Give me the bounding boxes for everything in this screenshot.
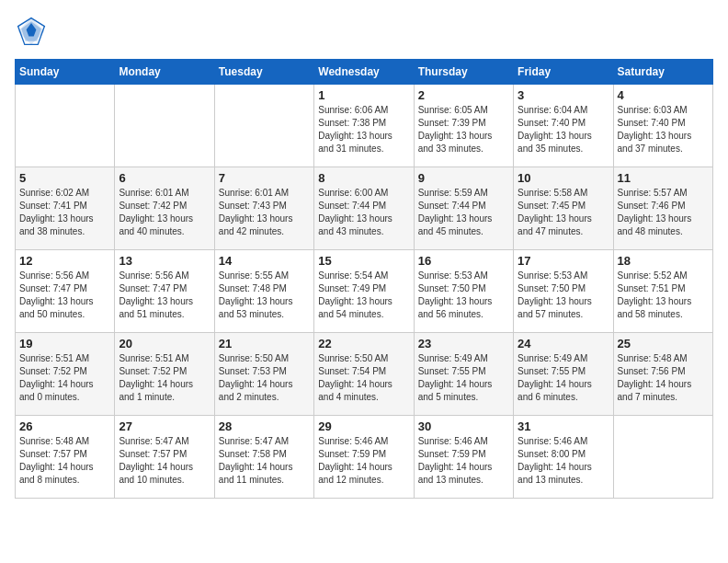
calendar-cell: 31Sunrise: 5:46 AM Sunset: 8:00 PM Dayli…: [514, 416, 613, 499]
day-number: 30: [418, 419, 509, 433]
calendar-cell: 8Sunrise: 6:00 AM Sunset: 7:44 PM Daylig…: [314, 167, 414, 250]
page-header: [15, 15, 713, 48]
day-number: 25: [618, 337, 709, 350]
day-info: Sunrise: 6:02 AM Sunset: 7:41 PM Dayligh…: [19, 187, 110, 238]
day-info: Sunrise: 6:01 AM Sunset: 7:43 PM Dayligh…: [219, 187, 310, 238]
day-number: 20: [119, 337, 210, 350]
day-info: Sunrise: 5:46 AM Sunset: 8:00 PM Dayligh…: [518, 435, 609, 487]
calendar-cell: 3Sunrise: 6:04 AM Sunset: 7:40 PM Daylig…: [514, 85, 613, 167]
day-number: 31: [518, 419, 609, 433]
calendar-cell: 22Sunrise: 5:50 AM Sunset: 7:54 PM Dayli…: [314, 333, 414, 416]
day-info: Sunrise: 5:57 AM Sunset: 7:46 PM Dayligh…: [618, 187, 709, 238]
calendar-cell: 7Sunrise: 6:01 AM Sunset: 7:43 PM Daylig…: [214, 167, 313, 250]
day-number: 10: [518, 171, 609, 185]
day-number: 29: [318, 419, 409, 433]
day-of-week-tuesday: Tuesday: [214, 60, 313, 85]
calendar-cell: 26Sunrise: 5:48 AM Sunset: 7:57 PM Dayli…: [16, 416, 115, 499]
day-number: 15: [318, 254, 409, 268]
day-number: 14: [219, 254, 310, 268]
calendar-cell: [16, 85, 115, 167]
calendar-week-row: 1Sunrise: 6:06 AM Sunset: 7:38 PM Daylig…: [16, 85, 713, 167]
day-number: 11: [618, 171, 709, 185]
calendar-cell: 20Sunrise: 5:51 AM Sunset: 7:52 PM Dayli…: [115, 333, 214, 416]
day-info: Sunrise: 5:47 AM Sunset: 7:57 PM Dayligh…: [119, 435, 210, 487]
logo-icon: [15, 15, 48, 48]
calendar-cell: 15Sunrise: 5:54 AM Sunset: 7:49 PM Dayli…: [314, 250, 414, 333]
day-info: Sunrise: 5:53 AM Sunset: 7:50 PM Dayligh…: [418, 270, 509, 321]
day-info: Sunrise: 5:50 AM Sunset: 7:54 PM Dayligh…: [318, 352, 409, 404]
calendar-cell: 30Sunrise: 5:46 AM Sunset: 7:59 PM Dayli…: [414, 416, 513, 499]
day-info: Sunrise: 5:59 AM Sunset: 7:44 PM Dayligh…: [418, 187, 509, 238]
day-info: Sunrise: 6:00 AM Sunset: 7:44 PM Dayligh…: [318, 187, 409, 238]
day-of-week-monday: Monday: [115, 60, 214, 85]
calendar-cell: 14Sunrise: 5:55 AM Sunset: 7:48 PM Dayli…: [214, 250, 313, 333]
day-info: Sunrise: 5:54 AM Sunset: 7:49 PM Dayligh…: [318, 270, 409, 321]
calendar-cell: 2Sunrise: 6:05 AM Sunset: 7:39 PM Daylig…: [414, 85, 513, 167]
calendar-week-row: 19Sunrise: 5:51 AM Sunset: 7:52 PM Dayli…: [16, 333, 713, 416]
day-number: 22: [318, 337, 409, 350]
day-info: Sunrise: 5:55 AM Sunset: 7:48 PM Dayligh…: [219, 270, 310, 321]
day-info: Sunrise: 5:48 AM Sunset: 7:56 PM Dayligh…: [618, 352, 709, 404]
calendar-cell: 24Sunrise: 5:49 AM Sunset: 7:55 PM Dayli…: [514, 333, 613, 416]
day-info: Sunrise: 5:53 AM Sunset: 7:50 PM Dayligh…: [518, 270, 609, 321]
calendar-cell: 11Sunrise: 5:57 AM Sunset: 7:46 PM Dayli…: [613, 167, 712, 250]
day-number: 9: [418, 171, 509, 185]
day-info: Sunrise: 5:50 AM Sunset: 7:53 PM Dayligh…: [219, 352, 310, 404]
calendar-cell: 4Sunrise: 6:03 AM Sunset: 7:40 PM Daylig…: [613, 85, 712, 167]
day-number: 24: [518, 337, 609, 350]
day-number: 13: [119, 254, 210, 268]
calendar-header-row: SundayMondayTuesdayWednesdayThursdayFrid…: [16, 60, 713, 85]
day-of-week-saturday: Saturday: [613, 60, 712, 85]
day-number: 8: [318, 171, 409, 185]
day-number: 23: [418, 337, 509, 350]
day-number: 26: [19, 419, 110, 433]
calendar-week-row: 5Sunrise: 6:02 AM Sunset: 7:41 PM Daylig…: [16, 167, 713, 250]
day-number: 4: [618, 88, 709, 102]
day-info: Sunrise: 6:03 AM Sunset: 7:40 PM Dayligh…: [618, 104, 709, 155]
day-info: Sunrise: 5:48 AM Sunset: 7:57 PM Dayligh…: [19, 435, 110, 487]
calendar-cell: 12Sunrise: 5:56 AM Sunset: 7:47 PM Dayli…: [16, 250, 115, 333]
day-info: Sunrise: 6:01 AM Sunset: 7:42 PM Dayligh…: [119, 187, 210, 238]
day-info: Sunrise: 6:04 AM Sunset: 7:40 PM Dayligh…: [518, 104, 609, 155]
calendar-cell: 18Sunrise: 5:52 AM Sunset: 7:51 PM Dayli…: [613, 250, 712, 333]
day-info: Sunrise: 5:46 AM Sunset: 7:59 PM Dayligh…: [318, 435, 409, 487]
calendar-cell: 28Sunrise: 5:47 AM Sunset: 7:58 PM Dayli…: [214, 416, 313, 499]
day-number: 16: [418, 254, 509, 268]
day-number: 19: [19, 337, 110, 350]
calendar-cell: [613, 416, 712, 499]
calendar-table: SundayMondayTuesdayWednesdayThursdayFrid…: [15, 59, 713, 499]
calendar-cell: [214, 85, 313, 167]
calendar-cell: 1Sunrise: 6:06 AM Sunset: 7:38 PM Daylig…: [314, 85, 414, 167]
day-number: 12: [19, 254, 110, 268]
day-of-week-wednesday: Wednesday: [314, 60, 414, 85]
day-of-week-friday: Friday: [514, 60, 613, 85]
day-number: 1: [318, 88, 409, 102]
day-number: 17: [518, 254, 609, 268]
logo: [15, 15, 51, 48]
day-info: Sunrise: 5:56 AM Sunset: 7:47 PM Dayligh…: [119, 270, 210, 321]
calendar-week-row: 12Sunrise: 5:56 AM Sunset: 7:47 PM Dayli…: [16, 250, 713, 333]
calendar-cell: 21Sunrise: 5:50 AM Sunset: 7:53 PM Dayli…: [214, 333, 313, 416]
day-info: Sunrise: 5:52 AM Sunset: 7:51 PM Dayligh…: [618, 270, 709, 321]
day-info: Sunrise: 5:46 AM Sunset: 7:59 PM Dayligh…: [418, 435, 509, 487]
day-info: Sunrise: 5:49 AM Sunset: 7:55 PM Dayligh…: [418, 352, 509, 404]
day-number: 28: [219, 419, 310, 433]
day-of-week-thursday: Thursday: [414, 60, 513, 85]
calendar-cell: 9Sunrise: 5:59 AM Sunset: 7:44 PM Daylig…: [414, 167, 513, 250]
calendar-week-row: 26Sunrise: 5:48 AM Sunset: 7:57 PM Dayli…: [16, 416, 713, 499]
day-number: 21: [219, 337, 310, 350]
calendar-cell: 5Sunrise: 6:02 AM Sunset: 7:41 PM Daylig…: [16, 167, 115, 250]
day-number: 7: [219, 171, 310, 185]
calendar-cell: 23Sunrise: 5:49 AM Sunset: 7:55 PM Dayli…: [414, 333, 513, 416]
calendar-cell: 6Sunrise: 6:01 AM Sunset: 7:42 PM Daylig…: [115, 167, 214, 250]
calendar-cell: 29Sunrise: 5:46 AM Sunset: 7:59 PM Dayli…: [314, 416, 414, 499]
day-info: Sunrise: 5:56 AM Sunset: 7:47 PM Dayligh…: [19, 270, 110, 321]
calendar-cell: 13Sunrise: 5:56 AM Sunset: 7:47 PM Dayli…: [115, 250, 214, 333]
day-info: Sunrise: 5:47 AM Sunset: 7:58 PM Dayligh…: [219, 435, 310, 487]
day-number: 18: [618, 254, 709, 268]
calendar-cell: 25Sunrise: 5:48 AM Sunset: 7:56 PM Dayli…: [613, 333, 712, 416]
day-info: Sunrise: 6:05 AM Sunset: 7:39 PM Dayligh…: [418, 104, 509, 155]
calendar-cell: 17Sunrise: 5:53 AM Sunset: 7:50 PM Dayli…: [514, 250, 613, 333]
day-info: Sunrise: 5:51 AM Sunset: 7:52 PM Dayligh…: [19, 352, 110, 404]
day-info: Sunrise: 5:51 AM Sunset: 7:52 PM Dayligh…: [119, 352, 210, 404]
